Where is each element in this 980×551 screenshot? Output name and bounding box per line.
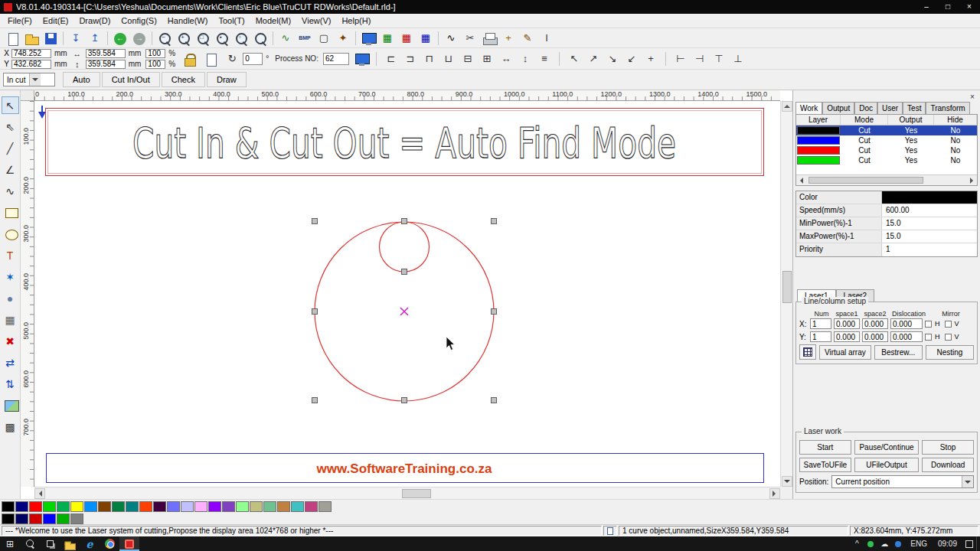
new-file-icon[interactable]	[3, 30, 21, 47]
vertical-scroll-thumb[interactable]	[782, 271, 792, 303]
palette-swatch[interactable]	[57, 514, 70, 524]
grid-tool-icon[interactable]: ▦	[2, 311, 19, 328]
show-desktop-button[interactable]	[976, 536, 980, 551]
palette-swatch[interactable]	[43, 501, 56, 512]
palette-swatch[interactable]	[153, 501, 166, 512]
menu-item-config-s[interactable]: Config(S)	[116, 15, 162, 27]
mode-auto-button[interactable]: Auto	[63, 72, 100, 87]
array-output-icon[interactable]: ▦	[378, 30, 397, 47]
delete-tool-icon[interactable]: ✖	[2, 332, 19, 350]
palette-swatch[interactable]	[29, 501, 42, 512]
download-button[interactable]: Download	[922, 458, 974, 472]
mirror-v-y-checkbox[interactable]	[945, 334, 952, 341]
tray-icon-2[interactable]	[891, 536, 905, 551]
text-tool-icon[interactable]: T	[2, 246, 19, 264]
line-tool-icon[interactable]: ╱	[2, 139, 19, 157]
array-tool-icon[interactable]: ▩	[2, 418, 19, 435]
node-edit-icon[interactable]: ✦	[334, 30, 352, 47]
rect-select-icon[interactable]: ▢	[315, 30, 333, 47]
palette-swatch[interactable]	[139, 501, 152, 512]
tab-work[interactable]: Work	[795, 102, 822, 114]
menu-item-draw-d[interactable]: Draw(D)	[74, 15, 116, 27]
tab-output[interactable]: Output	[822, 102, 854, 114]
array-virtual-icon[interactable]: ▦	[416, 30, 435, 47]
y-space2-input[interactable]	[862, 331, 888, 342]
x-space1-input[interactable]	[834, 318, 860, 329]
height-percent-input[interactable]	[145, 60, 165, 69]
tray-icon-1[interactable]	[864, 536, 877, 551]
star-tool-icon[interactable]: ✶	[2, 268, 19, 285]
array-copy-icon[interactable]: ▦	[397, 30, 416, 47]
chrome-button[interactable]	[100, 536, 119, 551]
nesting-button[interactable]: Nesting	[926, 345, 974, 360]
angle-input[interactable]	[243, 53, 263, 65]
palette-swatch[interactable]	[29, 514, 42, 524]
layer-row[interactable]: CutYesNo	[796, 126, 977, 135]
palette-swatch[interactable]	[112, 501, 125, 512]
mirror-h-y-checkbox[interactable]	[925, 334, 932, 341]
curve-tool-icon[interactable]: ∿	[2, 182, 19, 200]
palette-swatch[interactable]	[318, 501, 332, 512]
savetoufile-button[interactable]: SaveToUFile	[799, 458, 851, 472]
undo-icon[interactable]: ←	[111, 30, 129, 47]
mirror-vertical-icon[interactable]: ⇅	[2, 375, 19, 393]
menu-item-file-f[interactable]: File(F)	[2, 15, 38, 27]
task-view-button[interactable]	[40, 536, 60, 551]
mode-check-button[interactable]: Check	[162, 72, 205, 87]
palette-swatch[interactable]	[208, 501, 221, 512]
export-icon[interactable]: ↥	[86, 30, 104, 47]
redo-icon[interactable]: →	[130, 30, 149, 47]
y-dislocation-input[interactable]	[890, 331, 923, 342]
palette-swatch[interactable]	[181, 501, 194, 512]
x-space2-input[interactable]	[862, 318, 888, 329]
lock-ratio-button[interactable]	[180, 51, 198, 67]
y-num-input[interactable]	[810, 331, 831, 342]
bmp-icon[interactable]: BMP	[296, 30, 314, 47]
menu-item-tool-t[interactable]: Tool(T)	[213, 15, 250, 27]
rdworks-taskbar-button[interactable]	[119, 536, 139, 551]
palette-swatch[interactable]	[98, 501, 111, 512]
image-tool-icon[interactable]	[2, 396, 19, 414]
palette-swatch[interactable]	[263, 501, 276, 512]
scroll-left-icon[interactable]	[34, 488, 45, 499]
move-top-left-icon[interactable]: ↖	[565, 51, 583, 67]
layer-scroll-thumb[interactable]	[808, 177, 923, 184]
start-button[interactable]: ⊞	[0, 536, 20, 551]
import-icon[interactable]: ↧	[67, 30, 85, 47]
zoom-out-icon[interactable]: −	[155, 30, 174, 47]
scroll-left-icon[interactable]	[797, 178, 803, 184]
mirror-v-x-checkbox[interactable]	[945, 321, 952, 328]
x-dislocation-input[interactable]	[890, 318, 923, 329]
align-top-icon[interactable]: ⊓	[420, 51, 439, 67]
palette-swatch[interactable]	[15, 501, 28, 512]
property-row[interactable]: MinPower(%)-115.0	[796, 217, 977, 230]
palette-swatch[interactable]	[57, 501, 70, 512]
bestrew-button[interactable]: Bestrew...	[874, 345, 923, 360]
flip-top-icon[interactable]: ⊤	[710, 51, 728, 67]
panel-close-button[interactable]: ×	[967, 92, 978, 102]
palette-swatch[interactable]	[70, 514, 83, 524]
tab-transform[interactable]: Transform	[926, 102, 969, 114]
palette-swatch[interactable]	[222, 501, 235, 512]
flip-bottom-icon[interactable]: ⊥	[729, 51, 747, 67]
drawing-area[interactable]: Cut In & Cut Out = Auto Find Mode	[34, 101, 780, 487]
mode-cut-in-out-button[interactable]: Cut In/Out	[102, 72, 160, 87]
small-circle[interactable]	[380, 222, 430, 272]
zoom-window-icon[interactable]: □	[194, 30, 212, 47]
align-center-v-icon[interactable]: ⊞	[478, 51, 496, 67]
headline-frame[interactable]: Cut In & Cut Out = Auto Find Mode	[46, 109, 764, 176]
property-row[interactable]: Color	[796, 191, 977, 204]
size-apply-button[interactable]	[201, 51, 220, 67]
preview-button[interactable]	[352, 51, 371, 67]
tab-test[interactable]: Test	[903, 102, 926, 114]
height-input[interactable]	[86, 60, 126, 69]
same-width-icon[interactable]: ↔	[497, 51, 515, 67]
menu-item-model-m[interactable]: Model(M)	[250, 15, 296, 27]
virtual-array-button[interactable]: Virtual array	[819, 345, 871, 360]
horizontal-scroll-thumb[interactable]	[402, 489, 431, 498]
x-position-input[interactable]	[11, 49, 51, 58]
file-explorer-button[interactable]	[60, 536, 80, 551]
mirror-h-x-checkbox[interactable]	[925, 321, 932, 328]
cut-mode-select[interactable]: In cut	[3, 73, 55, 86]
palette-swatch[interactable]	[2, 501, 15, 512]
